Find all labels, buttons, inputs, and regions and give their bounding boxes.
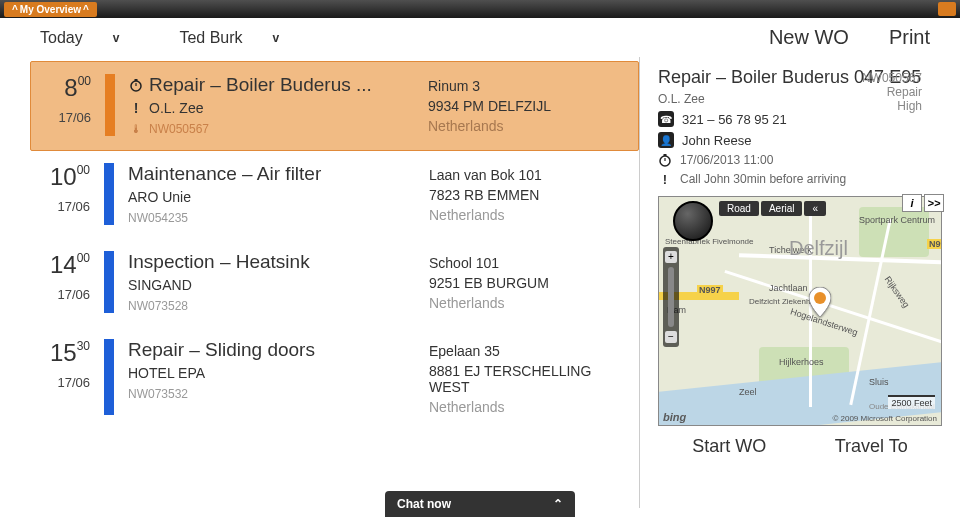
map-label: Sluis — [869, 377, 889, 387]
alert-icon: ! — [129, 101, 143, 115]
chat-bar[interactable]: Chat now ⌃ — [385, 491, 575, 517]
svg-point-6 — [814, 292, 826, 304]
detail-number: NW050567 — [862, 71, 922, 85]
map-label: Sportpark Centrum — [859, 215, 935, 225]
wo-time: 100017/06 — [36, 163, 96, 225]
map-label: Steenfabriek Fivelmonde — [665, 237, 754, 246]
workorder-list: 80017/06Repair – Boiler Buderus ...!O.L.… — [0, 57, 640, 508]
titlebar-tab-label: My Overview — [20, 4, 81, 15]
wo-customer: HOTEL EPA — [128, 365, 205, 381]
map-city-label: Delfzijl — [789, 237, 848, 260]
wo-customer: ARO Unie — [128, 189, 191, 205]
map-label: N99 — [927, 239, 942, 249]
detail-phone: 321 – 56 78 95 21 — [682, 112, 787, 127]
wo-date: 17/06 — [36, 199, 90, 214]
map-label: Jachtlaan — [769, 283, 808, 293]
wo-time: 80017/06 — [37, 74, 97, 136]
wo-hour: 15 — [50, 339, 77, 366]
wo-number: NW073532 — [128, 387, 188, 401]
zoom-out-button[interactable]: − — [665, 331, 677, 343]
map-label: Rijksweg — [883, 274, 912, 309]
next-button[interactable]: >> — [924, 194, 944, 212]
titlebar-chip[interactable] — [938, 2, 956, 16]
detail-note: Call John 30min before arriving — [680, 172, 846, 186]
person-filter-dropdown[interactable]: Ted Burk v — [179, 29, 279, 47]
phone-icon: ☎ — [658, 111, 674, 127]
start-wo-button[interactable]: Start WO — [692, 436, 766, 457]
wo-addr-line1: Rinum 3 — [428, 78, 628, 94]
wo-number: NW050567 — [149, 122, 209, 136]
wo-title: Inspection – Heatsink — [128, 251, 310, 273]
detail-customer: O.L. Zee — [658, 92, 705, 106]
wo-address: School 1019251 EB BURGUMNetherlands — [429, 251, 629, 313]
workorder-row[interactable]: 100017/06Maintenance – Air filterARO Uni… — [30, 151, 639, 239]
titlebar-tab[interactable]: ^ My Overview ^ — [4, 2, 97, 17]
detail-contact: John Reese — [682, 133, 751, 148]
wo-addr-line3: Netherlands — [429, 295, 629, 311]
wo-addr-line3: Netherlands — [429, 207, 629, 223]
person-icon: 👤 — [658, 132, 674, 148]
print-button[interactable]: Print — [889, 26, 930, 49]
stopwatch-icon — [129, 78, 143, 92]
chevron-up-icon: ^ — [83, 4, 89, 15]
map-label: Zeel — [739, 387, 757, 397]
map-label: N997 — [697, 285, 723, 295]
wo-date: 17/06 — [37, 110, 91, 125]
wo-color-bar — [104, 251, 114, 313]
wo-address: Rinum 39934 PM DELFZIJLNetherlands — [428, 74, 628, 136]
chevron-up-icon: ^ — [12, 4, 18, 15]
wo-minute: 00 — [78, 74, 91, 88]
detail-priority: High — [862, 99, 922, 113]
workorder-row[interactable]: 140017/06Inspection – HeatsinkSINGANDNW0… — [30, 239, 639, 327]
chevron-up-icon: ⌃ — [553, 497, 563, 511]
toolbar: Today v Ted Burk v New WO Print — [0, 18, 960, 57]
person-filter-label: Ted Burk — [179, 29, 242, 47]
detail-datetime: 17/06/2013 11:00 — [680, 153, 773, 167]
stopwatch-icon — [658, 153, 672, 167]
wo-customer: O.L. Zee — [149, 100, 203, 116]
chat-label: Chat now — [397, 497, 451, 511]
wo-addr-line3: Netherlands — [428, 118, 628, 134]
map-pin-icon — [809, 287, 831, 321]
wo-addr-line2: 9251 EB BURGUM — [429, 275, 629, 291]
chevron-down-icon: v — [273, 31, 280, 45]
wo-addr-line1: School 101 — [429, 255, 629, 271]
date-filter-label: Today — [40, 29, 83, 47]
wo-addr-line2: 7823 RB EMMEN — [429, 187, 629, 203]
new-wo-button[interactable]: New WO — [769, 26, 849, 49]
wo-color-bar — [104, 163, 114, 225]
wo-addr-line3: Netherlands — [429, 399, 629, 415]
wo-address: Epelaan 358881 EJ TERSCHELLING WESTNethe… — [429, 339, 629, 415]
info-button[interactable]: i — [902, 194, 922, 212]
zoom-in-button[interactable]: + — [665, 251, 677, 263]
wo-addr-line2: 8881 EJ TERSCHELLING WEST — [429, 363, 629, 395]
svg-rect-1 — [135, 79, 138, 81]
workorder-row[interactable]: 80017/06Repair – Boiler Buderus ...!O.L.… — [30, 61, 639, 151]
wo-hour: 14 — [50, 251, 77, 278]
wo-time: 153017/06 — [36, 339, 96, 415]
map-mode-road[interactable]: Road — [719, 201, 759, 216]
map-back-button[interactable]: « — [804, 201, 826, 216]
date-filter-dropdown[interactable]: Today v — [40, 29, 119, 47]
wo-title: Repair – Sliding doors — [128, 339, 315, 361]
chevron-down-icon: v — [113, 31, 120, 45]
travel-to-button[interactable]: Travel To — [835, 436, 908, 457]
map[interactable]: Sportpark Centrum Tichelwerk Jachtlaan D… — [658, 196, 942, 426]
wo-addr-line1: Laan van Bok 101 — [429, 167, 629, 183]
thermometer-icon: 🌡 — [129, 122, 143, 136]
wo-number: NW054235 — [128, 211, 188, 225]
map-zoom-control[interactable]: + − — [663, 247, 679, 347]
wo-date: 17/06 — [36, 287, 90, 302]
map-credit: © 2009 Microsoft Corporation — [832, 414, 937, 423]
detail-panel: Repair – Boiler Buderus 047 E95 O.L. Zee… — [640, 57, 960, 508]
svg-rect-4 — [664, 154, 667, 156]
map-label: Hijlkerhoes — [779, 357, 824, 367]
wo-address: Laan van Bok 1017823 RB EMMENNetherlands — [429, 163, 629, 225]
wo-time: 140017/06 — [36, 251, 96, 313]
workorder-row[interactable]: 153017/06Repair – Sliding doorsHOTEL EPA… — [30, 327, 639, 429]
wo-date: 17/06 — [36, 375, 90, 390]
wo-number: NW073528 — [128, 299, 188, 313]
compass-icon[interactable] — [673, 201, 713, 241]
map-mode-aerial[interactable]: Aerial — [761, 201, 803, 216]
map-scale: 2500 Feet — [888, 395, 935, 409]
